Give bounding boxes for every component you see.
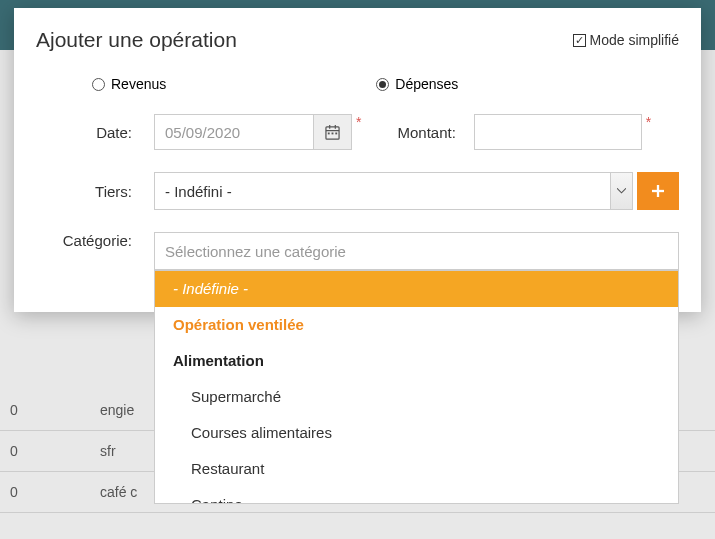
chevron-down-icon: [617, 188, 626, 194]
montant-input[interactable]: [474, 114, 642, 150]
categorie-dropdown[interactable]: - Indéfinie - Opération ventilée Aliment…: [154, 270, 679, 504]
check-icon: ✓: [573, 34, 586, 47]
calendar-icon: [325, 125, 340, 140]
montant-label: Montant:: [397, 124, 455, 141]
svg-rect-5: [332, 132, 334, 134]
dropdown-item-courses[interactable]: Courses alimentaires: [155, 415, 678, 451]
plus-icon: [650, 183, 666, 199]
dropdown-item-supermarche[interactable]: Supermarché: [155, 379, 678, 415]
simplified-mode-checkbox[interactable]: ✓ Mode simplifié: [573, 32, 679, 48]
required-mark: *: [356, 114, 361, 130]
dropdown-item-ventilee[interactable]: Opération ventilée: [155, 307, 678, 343]
dropdown-group-alimentation[interactable]: Alimentation: [155, 343, 678, 379]
categorie-input[interactable]: [154, 232, 679, 270]
radio-icon: [376, 78, 389, 91]
radio-revenus[interactable]: Revenus: [92, 76, 166, 92]
add-operation-modal: Ajouter une opération ✓ Mode simplifié R…: [14, 8, 701, 312]
categorie-label: Catégorie:: [36, 232, 154, 249]
radio-revenus-label: Revenus: [111, 76, 166, 92]
dropdown-item-indefinie[interactable]: - Indéfinie -: [155, 271, 678, 307]
tiers-label: Tiers:: [36, 183, 154, 200]
add-tiers-button[interactable]: [637, 172, 679, 210]
calendar-button[interactable]: [314, 114, 352, 150]
tiers-dropdown-toggle[interactable]: [611, 172, 633, 210]
simplified-mode-label: Mode simplifié: [590, 32, 679, 48]
modal-title: Ajouter une opération: [36, 28, 237, 52]
tiers-select[interactable]: - Indéfini -: [154, 172, 611, 210]
date-input[interactable]: [154, 114, 314, 150]
date-label: Date:: [36, 124, 154, 141]
svg-rect-6: [335, 132, 337, 134]
required-mark: *: [646, 114, 651, 130]
svg-rect-4: [328, 132, 330, 134]
radio-icon: [92, 78, 105, 91]
radio-depenses[interactable]: Dépenses: [376, 76, 458, 92]
dropdown-item-restaurant[interactable]: Restaurant: [155, 451, 678, 487]
dropdown-item-cantine[interactable]: Cantine: [155, 487, 678, 504]
radio-depenses-label: Dépenses: [395, 76, 458, 92]
